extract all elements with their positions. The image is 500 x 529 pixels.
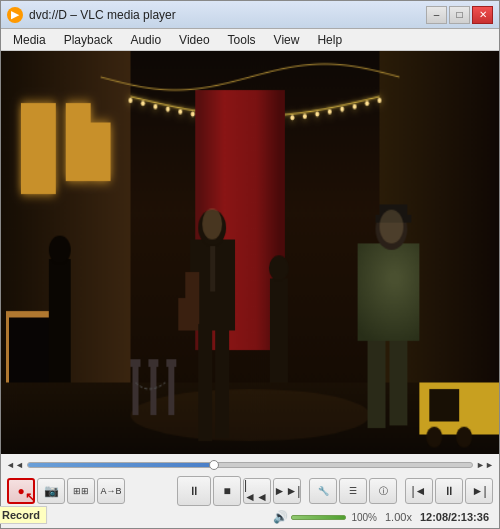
- playlist-icon: ☰: [349, 487, 357, 496]
- frame-icon: ⏸: [443, 485, 455, 497]
- app-icon: ▶: [7, 7, 23, 23]
- next-button[interactable]: ►►|: [273, 478, 301, 504]
- seek-bar-row: ◄◄ ►►: [7, 458, 493, 472]
- close-button[interactable]: ✕: [472, 6, 493, 24]
- time-display: 12:08/2:13:36: [420, 511, 489, 523]
- chapter-prev-button[interactable]: |◄: [405, 478, 433, 504]
- volume-section: 🔊 100%: [273, 510, 377, 524]
- menu-playback[interactable]: Playback: [56, 31, 121, 49]
- menu-video[interactable]: Video: [171, 31, 217, 49]
- snapshot-button[interactable]: 📷: [37, 478, 65, 504]
- chapter-next-icon: ►|: [472, 485, 487, 497]
- seek-thumb[interactable]: [209, 460, 219, 470]
- record-button[interactable]: ● ↖ Record: [7, 478, 35, 504]
- minimize-button[interactable]: –: [426, 6, 447, 24]
- volume-icon[interactable]: 🔊: [273, 510, 288, 524]
- chapter-next-button[interactable]: ►|: [465, 478, 493, 504]
- controls-area: ◄◄ ►► ● ↖ Record 📷 ⊞⊞ A→B: [1, 454, 499, 528]
- pause-icon: ⏸: [188, 485, 200, 497]
- status-left: dvd://D: [11, 511, 46, 523]
- main-window: ▶ dvd://D – VLC media player – □ ✕ Media…: [0, 0, 500, 529]
- chapter-prev-icon: |◄: [412, 485, 427, 497]
- seek-track[interactable]: [27, 462, 473, 468]
- menu-view[interactable]: View: [266, 31, 308, 49]
- chapter-frame-button[interactable]: ⏸: [435, 478, 463, 504]
- play-pause-button[interactable]: ⏸: [177, 476, 211, 506]
- volume-percentage: 100%: [351, 512, 377, 523]
- menu-audio[interactable]: Audio: [122, 31, 169, 49]
- prev-icon: |◄◄: [244, 479, 270, 503]
- cursor-indicator: ↖: [25, 490, 35, 504]
- window-controls: – □ ✕: [426, 6, 493, 24]
- ab-loop-button[interactable]: A→B: [97, 478, 125, 504]
- status-right: 🔊 100% 1.00x 12:08/2:13:36: [273, 510, 489, 524]
- maximize-button[interactable]: □: [449, 6, 470, 24]
- media-info-icon: ⓘ: [379, 487, 388, 496]
- rewind-button[interactable]: ◄◄: [7, 458, 23, 472]
- stop-button[interactable]: ■: [213, 476, 241, 506]
- next-icon: ►►|: [274, 485, 301, 497]
- ab-icon: A→B: [100, 487, 121, 496]
- seek-fill: [28, 463, 214, 467]
- volume-track: [291, 515, 346, 520]
- film-icon: ⊞⊞: [73, 487, 89, 496]
- status-bar: dvd://D 🔊 100% 1.00x 12:08/2:13:36: [7, 508, 493, 524]
- speed-display: 1.00x: [385, 511, 412, 523]
- menu-help[interactable]: Help: [309, 31, 350, 49]
- title-bar: ▶ dvd://D – VLC media player – □ ✕: [1, 1, 499, 29]
- menu-media[interactable]: Media: [5, 31, 54, 49]
- volume-bar[interactable]: [291, 511, 346, 523]
- window-title: dvd://D – VLC media player: [29, 8, 426, 22]
- camera-icon: 📷: [44, 485, 59, 497]
- buttons-row-1: ● ↖ Record 📷 ⊞⊞ A→B ⏸ ■: [7, 476, 493, 506]
- extended-icon: 🔧: [318, 487, 329, 496]
- record-icon: ●: [17, 485, 24, 497]
- dvd-label: dvd://D: [11, 511, 46, 523]
- video-area: [1, 51, 499, 454]
- video-canvas: [1, 51, 499, 454]
- scene-button[interactable]: ⊞⊞: [67, 478, 95, 504]
- menu-tools[interactable]: Tools: [220, 31, 264, 49]
- menu-bar: Media Playback Audio Video Tools View He…: [1, 29, 499, 51]
- stop-icon: ■: [223, 485, 230, 497]
- playlist-button[interactable]: ☰: [339, 478, 367, 504]
- media-info-button[interactable]: ⓘ: [369, 478, 397, 504]
- prev-button[interactable]: |◄◄: [243, 478, 271, 504]
- extended-settings-button[interactable]: 🔧: [309, 478, 337, 504]
- fast-forward-button[interactable]: ►►: [477, 458, 493, 472]
